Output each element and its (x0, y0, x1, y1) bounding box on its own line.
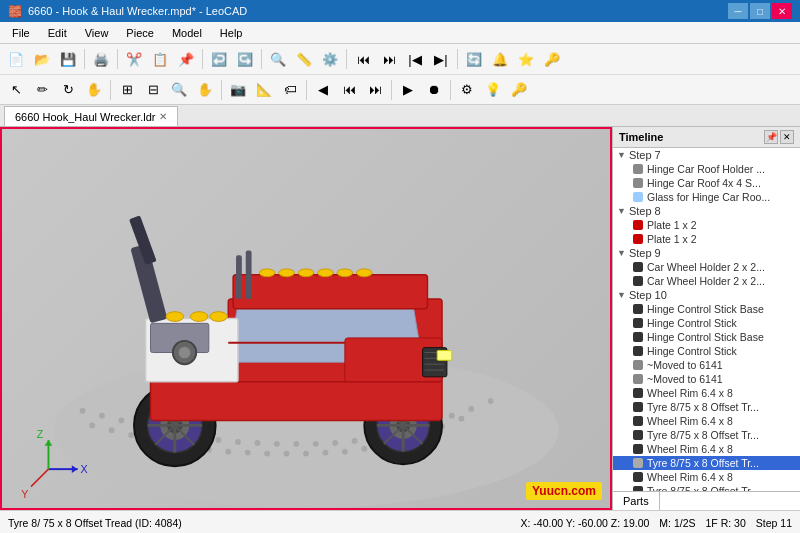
parts-tab[interactable]: Parts (613, 492, 660, 510)
menu-edit[interactable]: Edit (40, 25, 75, 41)
step-item[interactable]: Wheel Rim 6.4 x 8 (613, 442, 800, 456)
prev-step-button[interactable]: ⏮ (351, 47, 375, 71)
menu-piece[interactable]: Piece (118, 25, 162, 41)
redo-button[interactable]: ↪️ (233, 47, 257, 71)
step-10-header[interactable]: ▼ Step 10 (613, 288, 800, 302)
key2-button[interactable]: 🔑 (507, 78, 531, 102)
step-item[interactable]: ~Moved to 6141 (613, 372, 800, 386)
minimize-button[interactable]: ─ (728, 3, 748, 19)
record-button[interactable]: ⏺ (422, 78, 446, 102)
item-text: Hinge Control Stick Base (647, 303, 764, 315)
settings-button[interactable]: ⚙️ (318, 47, 342, 71)
draw-button[interactable]: ✏ (30, 78, 54, 102)
sep-7 (110, 80, 111, 100)
step-9-header[interactable]: ▼ Step 9 (613, 246, 800, 260)
step-item[interactable]: Car Wheel Holder 2 x 2... (613, 274, 800, 288)
viewport[interactable]: X Z Y Yuucn.com (0, 127, 612, 510)
step-item[interactable]: Wheel Rim 6.4 x 8 (613, 414, 800, 428)
timeline-content[interactable]: ▼ Step 7 Hinge Car Roof Holder ... Hinge… (613, 148, 800, 491)
step-item[interactable]: Hinge Car Roof Holder ... (613, 162, 800, 176)
svg-marker-90 (72, 465, 78, 473)
step-item[interactable]: Hinge Control Stick Base (613, 330, 800, 344)
tag-button[interactable]: 🏷 (278, 78, 302, 102)
window-controls: ─ □ ✕ (728, 3, 792, 19)
paste-button[interactable]: 📌 (174, 47, 198, 71)
step-9-toggle[interactable]: ▼ (617, 248, 626, 258)
prev2-button[interactable]: ◀ (311, 78, 335, 102)
move-button[interactable]: ✋ (193, 78, 217, 102)
svg-text:Y: Y (21, 488, 28, 500)
timeline-close-button[interactable]: ✕ (780, 130, 794, 144)
first2-button[interactable]: ⏮ (337, 78, 361, 102)
zoomin-button[interactable]: 🔍 (167, 78, 191, 102)
first-step-button[interactable]: |◀ (403, 47, 427, 71)
pan-button[interactable]: ✋ (82, 78, 106, 102)
zoom-button[interactable]: 🔍 (266, 47, 290, 71)
step-7-toggle[interactable]: ▼ (617, 150, 626, 160)
new-button[interactable]: 📄 (4, 47, 28, 71)
svg-point-85 (179, 347, 191, 359)
step-item[interactable]: Glass for Hinge Car Roo... (613, 190, 800, 204)
last-step-button[interactable]: ▶| (429, 47, 453, 71)
title-bar: 🧱 6660 - Hook & Haul Wrecker.mpd* - LeoC… (0, 0, 800, 22)
play-button[interactable]: ▶ (396, 78, 420, 102)
step-item[interactable]: Wheel Rim 6.4 x 8 (613, 386, 800, 400)
refresh-button[interactable]: 🔄 (462, 47, 486, 71)
step-item[interactable]: Plate 1 x 2 (613, 232, 800, 246)
step-8-header[interactable]: ▼ Step 8 (613, 204, 800, 218)
timeline-header: Timeline 📌 ✕ (613, 127, 800, 148)
timeline-bottom: Parts (613, 491, 800, 510)
open-button[interactable]: 📂 (30, 47, 54, 71)
step-10-toggle[interactable]: ▼ (617, 290, 626, 300)
step-8-toggle[interactable]: ▼ (617, 206, 626, 216)
timeline-pin-button[interactable]: 📌 (764, 130, 778, 144)
close-button[interactable]: ✕ (772, 3, 792, 19)
menu-model[interactable]: Model (164, 25, 210, 41)
step-item[interactable]: Tyre 8/75 x 8 Offset Tr... (613, 400, 800, 414)
step-item[interactable]: Hinge Control Stick (613, 344, 800, 358)
print-button[interactable]: 🖨️ (89, 47, 113, 71)
star-button[interactable]: ⭐ (514, 47, 538, 71)
tab-close-button[interactable]: ✕ (159, 111, 167, 122)
cam-button[interactable]: 📷 (226, 78, 250, 102)
step-item[interactable]: Wheel Rim 6.4 x 8 (613, 470, 800, 484)
step-item[interactable]: Hinge Car Roof 4x 4 S... (613, 176, 800, 190)
main-area: X Z Y Yuucn.com Timeline 📌 ✕ (0, 127, 800, 510)
step-item[interactable]: Hinge Control Stick Base (613, 302, 800, 316)
grid-button[interactable]: ⊟ (141, 78, 165, 102)
save-button[interactable]: 💾 (56, 47, 80, 71)
cut-button[interactable]: ✂️ (122, 47, 146, 71)
svg-point-82 (210, 312, 227, 322)
menu-help[interactable]: Help (212, 25, 251, 41)
light-button[interactable]: 💡 (481, 78, 505, 102)
svg-point-4 (118, 418, 124, 424)
svg-point-23 (488, 398, 494, 404)
toolbar-area: 📄 📂 💾 🖨️ ✂️ 📋 📌 ↩️ ↪️ 🔍 📏 ⚙️ ⏮ ⏭ |◀ ▶| 🔄… (0, 44, 800, 105)
copy-button[interactable]: 📋 (148, 47, 172, 71)
rotate-button[interactable]: ↻ (56, 78, 80, 102)
select-button[interactable]: ↖ (4, 78, 28, 102)
next-step-button[interactable]: ⏭ (377, 47, 401, 71)
step-item[interactable]: ~Moved to 6141 (613, 358, 800, 372)
key-button[interactable]: 🔑 (540, 47, 564, 71)
step-7-header[interactable]: ▼ Step 7 (613, 148, 800, 162)
measure-button[interactable]: 📏 (292, 47, 316, 71)
menu-file[interactable]: File (4, 25, 38, 41)
step-item[interactable]: Plate 1 x 2 (613, 218, 800, 232)
maximize-button[interactable]: □ (750, 3, 770, 19)
tab-main-file[interactable]: 6660 Hook_Haul Wrecker.ldr ✕ (4, 106, 178, 126)
step-item[interactable]: Car Wheel Holder 2 x 2... (613, 260, 800, 274)
angle-button[interactable]: 📐 (252, 78, 276, 102)
snap-button[interactable]: ⊞ (115, 78, 139, 102)
step-item[interactable]: Tyre 8/75 x 8 Offset Tr... (613, 428, 800, 442)
menu-view[interactable]: View (77, 25, 117, 41)
last2-button[interactable]: ⏭ (363, 78, 387, 102)
step-item[interactable]: Tyre 8/75 x 8 Offset Tr... (613, 484, 800, 491)
step-item-selected[interactable]: Tyre 8/75 x 8 Offset Tr... (613, 456, 800, 470)
step-item[interactable]: Hinge Control Stick (613, 316, 800, 330)
alert-button[interactable]: 🔔 (488, 47, 512, 71)
config2-button[interactable]: ⚙ (455, 78, 479, 102)
lego-car-svg: X Z Y (2, 129, 610, 508)
undo-button[interactable]: ↩️ (207, 47, 231, 71)
item-text: Tyre 8/75 x 8 Offset Tr... (647, 401, 759, 413)
